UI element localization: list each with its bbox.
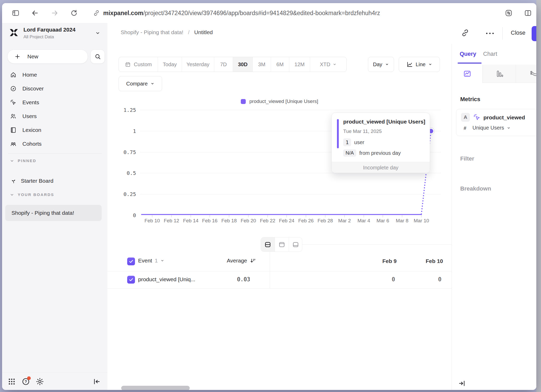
chart-type-dropdown[interactable]: Line [399,57,440,72]
horizontal-scrollbar-thumb[interactable] [121,386,190,390]
range-custom[interactable]: Custom [119,57,158,72]
help-icon[interactable]: ? [21,377,30,386]
collapse-sidebar-icon[interactable] [93,378,101,385]
breadcrumb-page-title[interactable]: Untitled [194,29,213,35]
chevron-down-icon [150,82,155,86]
range-6m[interactable]: 6M [271,57,289,72]
sidebar-board-starter[interactable]: Starter Board [2,174,107,188]
range-30d-selected[interactable]: 30D [233,57,253,72]
split-view-icon[interactable] [523,8,533,18]
average-header-label: Average [227,258,247,264]
close-button[interactable]: Close [511,29,525,36]
url-path: /project/3472420/view/3974696/app/boards… [143,10,380,17]
collapse-panel-icon[interactable] [458,379,466,387]
your-boards-section-header[interactable]: YOUR BOARDS [10,192,54,197]
row-event-name: product_viewed [Uniq... [138,276,195,283]
breakdown-section-header[interactable]: Breakdown [460,185,491,192]
range-label: XTD [320,62,330,68]
url-link-icon[interactable] [92,8,101,18]
layout-chart-only-button[interactable] [275,237,289,252]
board-label: Starter Board [21,178,53,184]
chevron-down-icon [507,126,511,130]
new-button-label: New [27,53,38,60]
sidebar-item-discover[interactable]: Discover [2,82,107,95]
event-header-cell[interactable]: Event 1 [138,258,164,264]
layout-split-button[interactable] [261,237,275,252]
range-7d[interactable]: 7D [214,57,233,72]
row-value: 0 [441,276,452,283]
table-row[interactable]: product_viewed [Uniq... 0.03 0 0 0 0 [107,271,452,289]
settings-gear-icon[interactable] [35,377,44,386]
filter-section-header[interactable]: Filter [460,155,474,162]
range-today[interactable]: Today [158,57,182,72]
report-content: Custom Today Yesterday 7D 30D 3M 6M 12M … [107,44,452,390]
forward-icon[interactable] [50,8,59,18]
sidebar-item-events[interactable]: Events [2,95,107,109]
desktop: mixpanel.com/project/3472420/view/397469… [0,0,541,392]
date-column-header[interactable]: Feb 11 [442,258,452,264]
average-header-cell[interactable]: Average [204,258,256,264]
range-label: 6M [276,62,284,68]
save-button-partial[interactable] [532,26,536,41]
subtab-insights-selected[interactable] [452,65,483,83]
sidebar-item-label: Cohorts [22,141,42,147]
date-column-header[interactable]: Feb 9 [350,258,397,264]
metric-card[interactable]: A product_viewed # Unique Users [456,109,536,136]
range-label: Yesterday [186,62,209,68]
metric-agg-prefix: # [464,125,466,131]
metric-aggregation-dropdown[interactable]: Unique Users [472,125,511,131]
layout-table-only-button[interactable] [289,237,302,252]
breadcrumb-board-link[interactable]: Shopify - Piping that data! [121,29,183,35]
header-divider [502,27,503,40]
book-icon [10,127,17,133]
layout-toggle-group [261,237,302,252]
sidebar-toggle-icon[interactable] [11,8,20,18]
event-cursor-icon [473,113,481,121]
sidebar-item-users[interactable]: Users [2,109,107,123]
tab-query[interactable]: Query [460,51,476,57]
sidebar-item-home[interactable]: Home [2,68,107,82]
range-12m[interactable]: 12M [289,57,310,72]
sidebar-item-lexicon[interactable]: Lexicon [2,123,107,137]
range-3m[interactable]: 3M [253,57,271,72]
event-cursor-icon [10,99,17,106]
notification-dot [27,376,31,380]
sidebar: Lord Farquaad 2024 All Project Data New … [2,23,108,390]
chevron-down-icon [160,259,164,263]
range-yesterday[interactable]: Yesterday [182,57,214,72]
select-all-checkbox[interactable] [127,258,135,265]
project-name[interactable]: Lord Farquaad 2024 [23,27,76,33]
compare-button[interactable]: Compare [119,76,162,91]
subtab-funnels[interactable] [483,65,516,83]
section-divider [302,244,452,245]
apps-grid-icon[interactable] [7,377,16,386]
pinned-header-label: PINNED [18,158,36,163]
tooltip-value-label: user [354,139,364,145]
date-column-header[interactable]: Feb 10 [396,258,443,264]
sidebar-divider [8,153,102,154]
pinned-section-header[interactable]: PINNED [10,158,36,163]
new-button[interactable]: New [7,50,88,64]
reader-tune-icon[interactable] [504,8,513,18]
back-icon[interactable] [30,8,40,18]
address-bar[interactable]: mixpanel.com/project/3472420/view/397469… [103,3,380,23]
sidebar-board-active[interactable]: Shopify - Piping that data! [5,205,102,221]
sidebar-item-cohorts[interactable]: Cohorts [2,137,107,151]
row-checkbox[interactable] [127,276,135,284]
reload-icon[interactable] [69,8,79,18]
row-average-value: 0.03 [204,276,250,283]
tab-chart[interactable]: Chart [483,51,497,57]
project-chevron-down-icon[interactable] [95,30,101,36]
range-xtd[interactable]: XTD [310,57,346,72]
chevron-down-icon [333,62,337,66]
compass-icon [10,85,17,92]
metric-event-name[interactable]: product_viewed [483,114,525,121]
tooltip-value-row: 1 user [343,138,364,146]
more-options-icon[interactable] [485,32,495,35]
share-link-icon[interactable] [461,29,469,37]
search-button[interactable] [90,50,105,64]
subtab-flows[interactable] [516,65,536,83]
granularity-dropdown[interactable]: Day [368,57,394,72]
range-label: Custom [134,62,152,68]
home-icon [10,71,17,78]
